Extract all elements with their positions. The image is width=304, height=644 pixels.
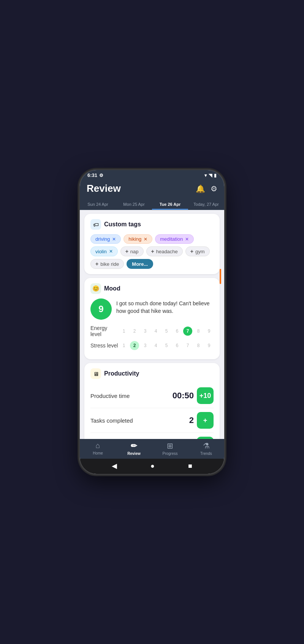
nav-home[interactable]: ⌂ Home bbox=[80, 441, 116, 456]
tab-mon25[interactable]: Mon 25 Apr bbox=[116, 199, 152, 210]
tag-violin-label: violin bbox=[95, 249, 107, 254]
plus-icon-gym: + bbox=[190, 248, 193, 254]
words-written-row: Words written 750 + bbox=[90, 433, 214, 439]
mood-icon: 😊 bbox=[90, 283, 101, 294]
progress-nav-icon: ⊞ bbox=[167, 441, 173, 450]
productive-time-right: 00:50 +10 bbox=[171, 387, 214, 404]
productivity-card: 🖥 Productivity Productive time 00:50 +10… bbox=[84, 363, 220, 439]
tag-violin-remove[interactable]: ✕ bbox=[109, 249, 113, 254]
tag-gym-label: gym bbox=[195, 249, 205, 254]
trends-nav-label: Trends bbox=[200, 451, 212, 456]
energy-3[interactable]: 3 bbox=[141, 327, 150, 336]
notification-icon[interactable]: 🔔 bbox=[196, 184, 205, 193]
tasks-completed-btn[interactable]: + bbox=[197, 412, 214, 429]
back-button[interactable]: ◀ bbox=[112, 462, 117, 470]
nav-trends[interactable]: ⚗ Trends bbox=[188, 441, 224, 456]
tag-add-bike-ride[interactable]: + bike ride bbox=[90, 259, 124, 269]
energy-level-row: Energy level 1 2 3 4 5 6 7 8 9 bbox=[90, 325, 214, 337]
energy-2[interactable]: 2 bbox=[130, 327, 139, 336]
productive-time-row: Productive time 00:50 +10 bbox=[90, 384, 214, 408]
status-right: ▾ ◥ ▮ bbox=[204, 173, 217, 178]
plus-icon-nap: + bbox=[125, 248, 128, 254]
custom-tags-icon: 🏷 bbox=[90, 219, 101, 230]
energy-numbers: 1 2 3 4 5 6 7 8 9 bbox=[119, 327, 214, 336]
productivity-title: Productivity bbox=[104, 370, 139, 377]
tags-container: driving ✕ hiking ✕ meditation ✕ violin ✕ bbox=[90, 234, 214, 269]
app-header: Review 🔔 ⚙ bbox=[80, 180, 224, 199]
nav-progress[interactable]: ⊞ Progress bbox=[152, 441, 188, 456]
phone-screen: 6:31 ⚙ ▾ ◥ ▮ Review 🔔 ⚙ Sun 24 Apr Mon 2… bbox=[80, 170, 224, 474]
phone-frame: 6:31 ⚙ ▾ ◥ ▮ Review 🔔 ⚙ Sun 24 Apr Mon 2… bbox=[80, 170, 224, 474]
stress-2[interactable]: 2 bbox=[130, 341, 139, 350]
custom-tags-card: 🏷 Custom tags driving ✕ hiking ✕ meditat… bbox=[84, 214, 220, 274]
tag-hiking-label: hiking bbox=[128, 236, 141, 242]
system-nav: ◀ ● ■ bbox=[80, 459, 224, 474]
custom-tags-title: Custom tags bbox=[104, 221, 141, 228]
tag-violin[interactable]: violin ✕ bbox=[90, 246, 118, 256]
tag-add-gym[interactable]: + gym bbox=[185, 246, 210, 256]
tag-bike-ride-label: bike ride bbox=[100, 261, 119, 267]
stress-1[interactable]: 1 bbox=[119, 341, 128, 350]
tag-add-headache[interactable]: + headache bbox=[146, 246, 183, 256]
tag-hiking[interactable]: hiking ✕ bbox=[124, 234, 152, 244]
stress-5[interactable]: 5 bbox=[162, 341, 171, 350]
stress-8[interactable]: 8 bbox=[194, 341, 203, 350]
plus-icon-bike-ride: + bbox=[95, 261, 98, 267]
battery-icon: ▮ bbox=[214, 173, 217, 178]
mood-score-circle[interactable]: 9 bbox=[90, 298, 112, 320]
tab-bar: Sun 24 Apr Mon 25 Apr Tue 26 Apr Today, … bbox=[80, 199, 224, 210]
energy-1[interactable]: 1 bbox=[119, 327, 128, 336]
scroll-indicator bbox=[220, 269, 221, 284]
energy-6[interactable]: 6 bbox=[173, 327, 182, 336]
status-gear-icon: ⚙ bbox=[99, 173, 103, 178]
energy-7[interactable]: 7 bbox=[183, 327, 192, 336]
settings-icon[interactable]: ⚙ bbox=[211, 184, 217, 193]
mood-title: Mood bbox=[104, 285, 120, 292]
recent-button[interactable]: ■ bbox=[188, 462, 192, 470]
tasks-completed-value: 2 bbox=[171, 415, 194, 425]
tag-meditation-remove[interactable]: ✕ bbox=[185, 237, 189, 242]
scroll-content: 🏷 Custom tags driving ✕ hiking ✕ meditat… bbox=[80, 210, 224, 439]
tag-add-nap[interactable]: + nap bbox=[120, 246, 144, 256]
mood-entry: 9 I got so much done today! Can't believ… bbox=[90, 298, 214, 320]
review-nav-icon: ✏ bbox=[131, 441, 137, 450]
stress-9[interactable]: 9 bbox=[204, 341, 214, 350]
home-button[interactable]: ● bbox=[150, 462, 155, 470]
custom-tags-header: 🏷 Custom tags bbox=[90, 219, 214, 230]
tab-today27[interactable]: Today, 27 Apr bbox=[188, 199, 224, 210]
tag-driving-remove[interactable]: ✕ bbox=[112, 237, 116, 242]
bottom-nav: ⌂ Home ✏ Review ⊞ Progress ⚗ Trends bbox=[80, 439, 224, 459]
stress-7[interactable]: 7 bbox=[183, 341, 192, 350]
stress-label: Stress level bbox=[90, 343, 118, 349]
tag-nap-label: nap bbox=[130, 249, 139, 254]
energy-label: Energy level bbox=[90, 325, 119, 337]
status-bar: 6:31 ⚙ ▾ ◥ ▮ bbox=[80, 170, 224, 180]
energy-8[interactable]: 8 bbox=[194, 327, 203, 336]
stress-level-row: Stress level 1 2 3 4 5 6 7 8 9 bbox=[90, 341, 214, 350]
stress-4[interactable]: 4 bbox=[151, 341, 160, 350]
app-title: Review bbox=[87, 183, 121, 194]
productive-time-label: Productive time bbox=[90, 393, 130, 399]
progress-nav-label: Progress bbox=[162, 451, 177, 456]
productivity-icon: 🖥 bbox=[90, 368, 101, 379]
tab-tue26[interactable]: Tue 26 Apr bbox=[152, 199, 188, 210]
nav-review[interactable]: ✏ Review bbox=[116, 441, 152, 456]
energy-4[interactable]: 4 bbox=[151, 327, 160, 336]
tab-sun24[interactable]: Sun 24 Apr bbox=[80, 199, 116, 210]
more-tags-button[interactable]: More... bbox=[127, 259, 153, 269]
energy-9[interactable]: 9 bbox=[204, 327, 214, 336]
productivity-header: 🖥 Productivity bbox=[90, 368, 214, 379]
tag-headache-label: headache bbox=[156, 249, 178, 254]
tag-hiking-remove[interactable]: ✕ bbox=[144, 237, 147, 242]
productive-time-btn[interactable]: +10 bbox=[197, 387, 214, 404]
stress-6[interactable]: 6 bbox=[173, 341, 182, 350]
tasks-completed-right: 2 + bbox=[171, 412, 214, 429]
tag-meditation[interactable]: meditation ✕ bbox=[155, 234, 194, 244]
stress-3[interactable]: 3 bbox=[141, 341, 150, 350]
tasks-completed-row: Tasks completed 2 + bbox=[90, 408, 214, 433]
wifi-icon: ▾ bbox=[204, 173, 207, 178]
status-time: 6:31 bbox=[87, 172, 97, 178]
header-icons: 🔔 ⚙ bbox=[196, 184, 217, 193]
energy-5[interactable]: 5 bbox=[162, 327, 171, 336]
tag-driving[interactable]: driving ✕ bbox=[90, 234, 121, 244]
